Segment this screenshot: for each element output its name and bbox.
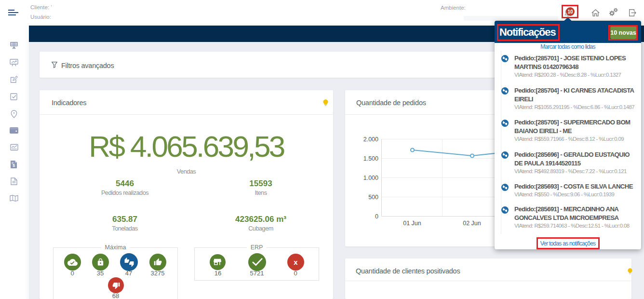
- svg-text:2.000: 2.000: [363, 136, 378, 143]
- svg-text:1.000: 1.000: [363, 175, 378, 181]
- svg-text:02 Jun: 02 Jun: [463, 220, 481, 227]
- svg-text:0: 0: [375, 213, 378, 220]
- svg-text:500: 500: [368, 194, 378, 201]
- svg-text:01 Jun: 01 Jun: [403, 220, 421, 227]
- svg-text:1.500: 1.500: [363, 155, 378, 162]
